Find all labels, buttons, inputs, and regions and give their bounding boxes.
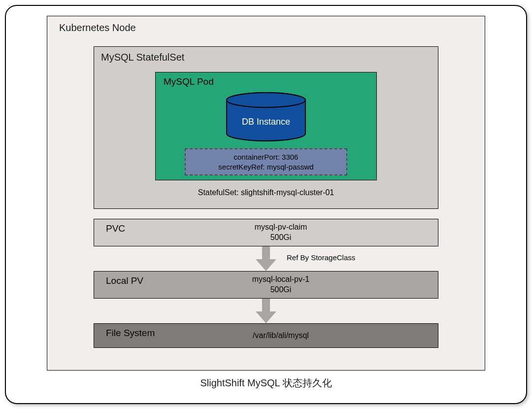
pod-config-box: containerPort: 3306 secretKeyRef: mysql-… (185, 148, 347, 175)
pvc-size: 500Gi (124, 233, 438, 243)
filesystem-bar: File System /var/lib/ali/mysql (94, 323, 438, 348)
svg-marker-3 (256, 259, 276, 271)
config-container-port: containerPort: 3306 (190, 152, 342, 162)
arrow-down-icon (255, 299, 277, 323)
diagram-frame: Kubernetes Node MySQL StatefulSet MySQL … (5, 5, 527, 404)
svg-point-1 (227, 93, 305, 107)
node-label: Kubernetes Node (57, 20, 475, 35)
pvc-bar: PVC mysql-pv-claim 500Gi (94, 219, 438, 246)
svg-marker-5 (256, 311, 276, 323)
db-instance-cylinder: DB Instance (222, 92, 310, 141)
local-pv-name: mysql-local-pv-1 (124, 274, 438, 285)
ref-by-storageclass-label: Ref By StorageClass (287, 253, 355, 262)
statefulset-label: MySQL StatefulSet (99, 50, 433, 65)
filesystem-path: /var/lib/ali/mysql (124, 331, 438, 341)
pod-label: MySQL Pod (161, 75, 371, 87)
pvc-name: mysql-pv-claim (124, 222, 438, 233)
svg-rect-2 (262, 246, 270, 259)
local-pv-size: 500Gi (124, 285, 438, 295)
arrow-down-icon (255, 246, 277, 271)
db-instance-label: DB Instance (222, 117, 310, 127)
statefulset-caption: StatefulSet: slightshift-mysql-cluster-0… (99, 188, 433, 197)
kubernetes-node-box: Kubernetes Node MySQL StatefulSet MySQL … (47, 16, 485, 371)
local-pv-bar: Local PV mysql-local-pv-1 500Gi (94, 271, 438, 299)
diagram-caption: SlightShift MySQL 状态持久化 (21, 376, 511, 390)
mysql-pod-box: MySQL Pod DB Instance containerPort: 330… (155, 72, 377, 180)
svg-rect-4 (262, 299, 270, 311)
statefulset-box: MySQL StatefulSet MySQL Pod DB Instance … (94, 46, 438, 209)
localpv-to-fs-gap (94, 299, 438, 323)
pvc-to-localpv-gap: Ref By StorageClass (94, 246, 438, 271)
config-secret-ref: secretKeyRef: mysql-passwd (190, 162, 342, 172)
